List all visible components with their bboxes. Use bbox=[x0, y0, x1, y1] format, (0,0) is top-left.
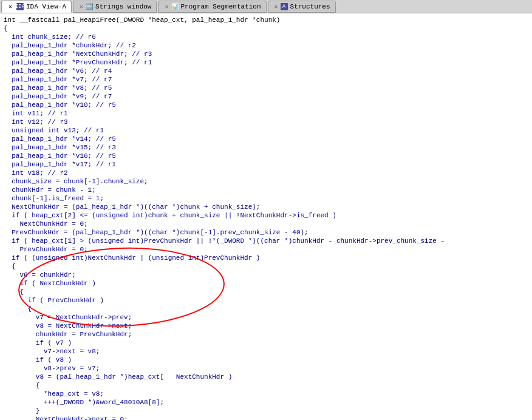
code-lines-container: { int chunk_size; // r6 pal_heap_1_hdr *… bbox=[4, 24, 528, 420]
code-line: pal_heap_1_hdr *PrevChunkHdr; // r1 bbox=[4, 58, 528, 67]
code-line: int chunk_size; // r6 bbox=[4, 33, 528, 41]
tab-icon-program: 📊 bbox=[171, 3, 179, 10]
tab-structures[interactable]: ✕ A Structures bbox=[268, 1, 336, 13]
tab-strings[interactable]: ✕ 🔤 Strings window bbox=[73, 1, 157, 13]
code-line: v6 = chunkHdr; bbox=[4, 271, 528, 279]
tab-label-structures: Structures bbox=[290, 3, 330, 10]
code-line: int v11; // r1 bbox=[4, 109, 528, 118]
code-line: NextChunkHdr = (pal_heap_1_hdr *)((char … bbox=[4, 203, 528, 211]
code-line: chunk_size = chunk[-1].chunk_size; bbox=[4, 177, 528, 186]
code-line: { bbox=[4, 305, 528, 313]
tab-program-seg[interactable]: ✕ 📊 Program Segmentation bbox=[158, 1, 266, 13]
code-line: PrevChunkHdr = (pal_heap_1_hdr *)((char … bbox=[4, 228, 528, 237]
code-line: NextChunkHdr->next = 0; bbox=[4, 415, 528, 420]
code-line: unsigned int v13; // r1 bbox=[4, 126, 528, 135]
code-line: v7->next = v8; bbox=[4, 347, 528, 356]
code-line: pal_heap_1_hdr *v9; // r7 bbox=[4, 92, 528, 101]
code-area[interactable]: int __fastcall pal_Heap1Free(_DWORD *hea… bbox=[0, 13, 532, 420]
code-line: pal_heap_1_hdr *v17; // r1 bbox=[4, 160, 528, 169]
tab-icon-ida: ✕ bbox=[7, 3, 14, 10]
tab-label-program: Program Segmentation bbox=[181, 3, 261, 10]
function-signature: int __fastcall pal_Heap1Free(_DWORD *hea… bbox=[4, 16, 528, 24]
tab-label-strings: Strings window bbox=[95, 3, 151, 10]
code-line: pal_heap_1_hdr *v8; // r5 bbox=[4, 84, 528, 92]
tab-close-structures[interactable]: ✕ bbox=[275, 3, 278, 10]
tab-icon-structures: A bbox=[281, 3, 288, 10]
tab-ida-view[interactable]: ✕ IDA IDA View-A bbox=[1, 1, 72, 13]
code-line: pal_heap_1_hdr *v7; // r7 bbox=[4, 75, 528, 84]
code-line: pal_heap_1_hdr *chunkHdr; // r2 bbox=[4, 41, 528, 50]
code-line: if ( heap_cxt[1] > (unsigned int)PrevChu… bbox=[4, 237, 528, 245]
tab-icon-strings: 🔤 bbox=[86, 3, 93, 10]
code-line: { bbox=[4, 288, 528, 296]
code-line: NextChunkHdr = 0; bbox=[4, 220, 528, 228]
code-line: if ( v7 ) bbox=[4, 339, 528, 347]
tab-close-strings[interactable]: ✕ bbox=[80, 3, 83, 10]
code-line: v8->prev = v7; bbox=[4, 364, 528, 373]
code-line: v7 = NextChunkHdr->prev; bbox=[4, 313, 528, 322]
tab-close-program[interactable]: ✕ bbox=[165, 3, 168, 10]
code-line: chunk[-1].is_freed = 1; bbox=[4, 194, 528, 203]
code-line: if ( PrevChunkHdr ) bbox=[4, 296, 528, 305]
code-line: pal_heap_1_hdr *NextChunkHdr; // r3 bbox=[4, 50, 528, 58]
code-line: v8 = NextChunkHdr->next; bbox=[4, 322, 528, 330]
code-line: PrevChunkHdr = 0; bbox=[4, 245, 528, 254]
code-line: if ( v8 ) bbox=[4, 356, 528, 364]
code-line: +++(_DWORD *)&word_48010A8[8]; bbox=[4, 398, 528, 407]
code-line: if ( NextChunkHdr ) bbox=[4, 279, 528, 288]
code-line: int v18; // r2 bbox=[4, 169, 528, 177]
code-line: pal_heap_1_hdr *v10; // r5 bbox=[4, 101, 528, 109]
code-line: *heap_cxt = v8; bbox=[4, 390, 528, 398]
tab-bar: ✕ IDA IDA View-A ✕ 🔤 Strings window ✕ 📊 … bbox=[0, 0, 532, 13]
tab-icon-ida2: IDA bbox=[16, 3, 24, 10]
code-line: pal_heap_1_hdr *v14; // r5 bbox=[4, 135, 528, 143]
code-line: { bbox=[4, 24, 528, 33]
tab-label-ida: IDA View-A bbox=[26, 3, 66, 10]
code-line: pal_heap_1_hdr *v6; // r4 bbox=[4, 67, 528, 75]
code-line: pal_heap_1_hdr *v16; // r5 bbox=[4, 152, 528, 160]
code-line: pal_heap_1_hdr *v15; // r3 bbox=[4, 143, 528, 152]
code-line: int v12; // r3 bbox=[4, 118, 528, 126]
code-line: chunkHdr = PrevChunkHdr; bbox=[4, 330, 528, 339]
code-line: { bbox=[4, 262, 528, 271]
code-line: chunkHdr = chunk - 1; bbox=[4, 186, 528, 194]
code-line: { bbox=[4, 381, 528, 390]
code-line: v8 = (pal_heap_1_hdr *)heap_cxt[ NextChu… bbox=[4, 373, 528, 381]
code-line: } bbox=[4, 407, 528, 415]
code-line: if ( (unsigned int)NextChunkHdr | (unsig… bbox=[4, 254, 528, 262]
code-line: if ( heap_cxt[2] <= (unsigned int)chunk … bbox=[4, 211, 528, 220]
